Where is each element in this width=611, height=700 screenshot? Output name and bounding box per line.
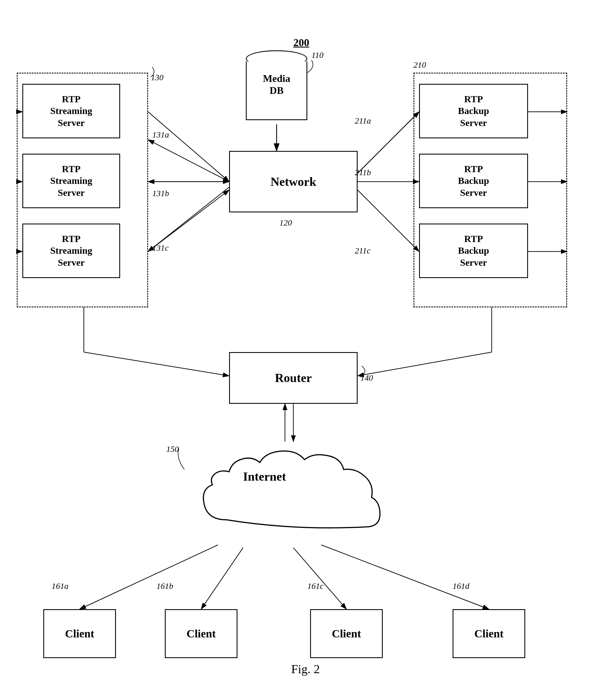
- label-120: 120: [279, 218, 292, 227]
- streaming-server-1: RTPStreamingServer: [23, 84, 120, 138]
- network-box: Network: [229, 151, 358, 212]
- svg-line-27: [201, 548, 243, 609]
- media-db: MediaDB: [246, 50, 307, 123]
- label-131c: 131c: [152, 243, 168, 253]
- svg-line-28: [293, 548, 346, 609]
- svg-line-12: [358, 190, 419, 252]
- diagram-container: 200 MediaDB 110 210 RTPStreamingServer R…: [0, 17, 611, 687]
- label-150: 150: [166, 444, 179, 454]
- client-3: Client: [310, 609, 383, 658]
- backup-server-3: RTPBackupServer: [419, 224, 528, 278]
- figure-label: Fig. 2: [291, 662, 320, 676]
- svg-line-3: [148, 112, 229, 182]
- internet-label: Internet: [243, 470, 286, 484]
- router-box: Router: [229, 352, 358, 404]
- streaming-server-2: RTPStreamingServer: [23, 154, 120, 208]
- label-161d: 161d: [452, 581, 470, 591]
- label-200: 200: [293, 36, 309, 49]
- label-161a: 161a: [52, 581, 69, 591]
- label-210: 210: [414, 60, 426, 70]
- svg-line-26: [80, 545, 218, 609]
- client-2: Client: [165, 609, 237, 658]
- backup-server-2: RTPBackupServer: [419, 154, 528, 208]
- client-4: Client: [452, 609, 525, 658]
- label-161b: 161b: [157, 581, 173, 591]
- label-211c: 211c: [355, 246, 371, 255]
- label-161c: 161c: [307, 581, 324, 591]
- svg-line-21: [84, 352, 229, 376]
- svg-line-7: [148, 190, 229, 252]
- svg-line-29: [321, 545, 489, 609]
- label-131b: 131b: [152, 189, 169, 198]
- internet-cloud: [184, 442, 391, 548]
- label-130: 130: [151, 73, 163, 82]
- label-110: 110: [312, 50, 324, 60]
- svg-line-23: [358, 352, 492, 376]
- label-131a: 131a: [152, 130, 169, 139]
- backup-server-1: RTPBackupServer: [419, 84, 528, 138]
- label-140: 140: [360, 373, 373, 383]
- client-1: Client: [43, 609, 116, 658]
- label-211a: 211a: [355, 116, 371, 125]
- streaming-server-3: RTPStreamingServer: [23, 224, 120, 278]
- label-211b: 211b: [355, 168, 371, 177]
- svg-line-4: [148, 140, 229, 182]
- media-db-label: MediaDB: [246, 73, 307, 97]
